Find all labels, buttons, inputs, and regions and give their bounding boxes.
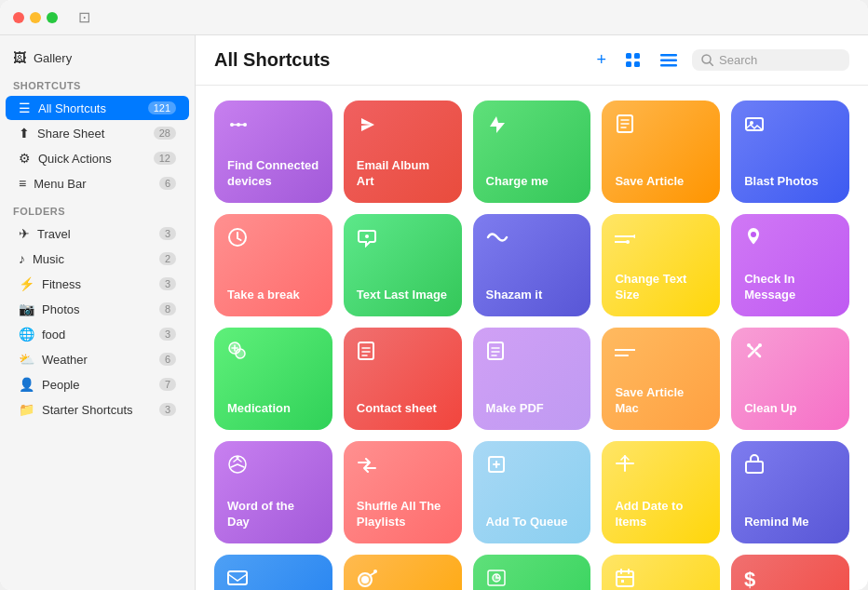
maximize-button[interactable] [47, 12, 58, 23]
shortcut-card-remind-me[interactable]: Remind Me [731, 441, 849, 543]
photos-badge: 8 [159, 302, 176, 315]
menu-bar-badge: 6 [159, 177, 176, 190]
shortcut-card-how-many-days-until[interactable]: How Many Days Until [602, 555, 720, 590]
quick-actions-badge: 12 [154, 152, 176, 165]
shortcut-card-medication[interactable]: Medication [214, 328, 332, 430]
shortcut-card-blast-photos[interactable]: Blast Photos [731, 101, 849, 203]
fitness-label: Fitness [42, 277, 81, 291]
shortcut-card-sort-lines[interactable]: Sort Lines [473, 555, 591, 590]
weather-icon: ⛅ [19, 352, 34, 367]
shortcut-card-clean-up[interactable]: Clean Up [731, 328, 849, 430]
shazam-it-icon [486, 227, 578, 251]
svg-rect-0 [626, 53, 631, 59]
shortcut-card-add-date-to-items[interactable]: Add Date to Items [602, 441, 720, 543]
photos-label: Photos [42, 302, 79, 316]
close-button[interactable] [13, 12, 24, 23]
svg-rect-34 [746, 462, 763, 473]
sidebar-item-menu-bar[interactable]: ≡ Menu Bar 6 [6, 171, 189, 195]
shortcuts-section-label: Shortcuts [0, 71, 195, 95]
page-title: All Shortcuts [214, 49, 592, 71]
svg-rect-26 [488, 342, 503, 359]
shortcut-card-gas-on-this-street[interactable]: Gas On This Street [344, 555, 462, 590]
add-button[interactable]: + [592, 47, 610, 74]
sidebar-item-all-shortcuts[interactable]: ☰ All Shortcuts 121 [6, 96, 189, 120]
shortcut-card-take-a-break[interactable]: Take a break [214, 214, 332, 316]
add-to-queue-icon [486, 454, 578, 480]
svg-rect-4 [660, 54, 677, 57]
shortcut-card-check-in-message[interactable]: Check In Message [731, 214, 849, 316]
gallery-label: Gallery [34, 51, 72, 65]
svg-point-20 [633, 235, 635, 238]
share-sheet-label: Share Sheet [37, 127, 104, 141]
sidebar-item-photos[interactable]: 📷 Photos 8 [6, 297, 189, 321]
weather-label: Weather [42, 353, 88, 367]
photos-icon: 📷 [19, 302, 34, 316]
shortcut-card-word-of-the-day[interactable]: Word of the Day [214, 441, 332, 543]
contact-sheet-label: Contact sheet [357, 401, 449, 417]
shortcut-card-calculate-tip[interactable]: $ Calculate Tip [731, 555, 849, 590]
starter-shortcuts-icon: 📁 [19, 402, 34, 417]
shortcut-card-add-to-queue[interactable]: Add To Queue [473, 441, 591, 543]
remind-me-label: Remind Me [744, 515, 836, 530]
window: ⊡ 🖼 Gallery Shortcuts ☰ All Shortcuts 12… [0, 0, 868, 590]
make-pdf-icon [486, 341, 578, 367]
menu-bar-label: Menu Bar [34, 177, 86, 191]
svg-point-29 [747, 343, 751, 347]
shazam-it-label: Shazam it [486, 288, 578, 303]
people-badge: 7 [159, 378, 176, 391]
sidebar-item-fitness[interactable]: ⚡ Fitness 3 [6, 272, 189, 296]
sidebar-item-travel[interactable]: ✈ Travel 3 [6, 221, 189, 246]
email-album-art-icon [357, 114, 449, 141]
sort-lines-icon [486, 568, 578, 590]
sidebar-item-music[interactable]: ♪ Music 2 [6, 247, 189, 271]
svg-point-17 [365, 235, 369, 238]
take-a-break-icon [227, 227, 319, 253]
traffic-lights [0, 12, 71, 23]
svg-point-21 [626, 240, 630, 244]
people-icon: 👤 [19, 377, 34, 392]
minimize-button[interactable] [30, 12, 41, 23]
shortcut-card-shuffle-all-playlists[interactable]: Shuffle All The Playlists [344, 441, 462, 543]
gallery-icon: 🖼 [13, 50, 26, 65]
shortcut-card-save-article-mac[interactable]: Save Article Mac [602, 328, 720, 430]
food-label: food [42, 328, 65, 342]
grid-view-button[interactable] [621, 48, 645, 73]
shortcut-card-shazam-it[interactable]: Shazam it [473, 214, 591, 316]
shortcut-card-contact-sheet[interactable]: Contact sheet [344, 328, 462, 430]
shortcut-card-email-myself[interactable]: Email Myself [214, 555, 332, 590]
sidebar-item-weather[interactable]: ⛅ Weather 6 [6, 347, 189, 371]
shuffle-all-playlists-label: Shuffle All The Playlists [357, 499, 449, 530]
sidebar-item-share-sheet[interactable]: ⬆ Share Sheet 28 [6, 121, 189, 145]
charge-me-icon [486, 114, 578, 141]
add-date-to-items-label: Add Date to Items [615, 499, 707, 530]
sidebar-item-people[interactable]: 👤 People 7 [6, 372, 189, 396]
sidebar-item-food[interactable]: 🌐 food 3 [6, 322, 189, 346]
check-in-message-icon [744, 227, 836, 255]
svg-text:$: $ [744, 568, 755, 590]
shortcut-card-make-pdf[interactable]: Make PDF [473, 328, 591, 430]
menu-bar-icon: ≡ [19, 176, 26, 191]
svg-point-30 [758, 343, 762, 347]
music-label: Music [33, 252, 64, 266]
sidebar-item-starter-shortcuts[interactable]: 📁 Starter Shortcuts 3 [6, 397, 189, 422]
save-article-mac-label: Save Article Mac [615, 385, 707, 417]
sidebar-toggle-button[interactable]: ⊡ [78, 8, 90, 26]
shortcut-card-text-last-image[interactable]: Text Last Image [344, 214, 462, 316]
search-input[interactable] [719, 53, 840, 67]
main-header: All Shortcuts + [196, 35, 868, 86]
sidebar-item-gallery[interactable]: 🖼 Gallery [0, 45, 195, 71]
charge-me-label: Charge me [486, 174, 578, 190]
fitness-icon: ⚡ [19, 276, 34, 291]
shortcut-card-change-text-size[interactable]: Change Text Size [602, 214, 720, 316]
list-view-button[interactable] [657, 50, 681, 71]
medication-icon [227, 341, 319, 367]
shortcut-card-charge-me[interactable]: Charge me [473, 101, 591, 203]
shortcut-card-find-connected-devices[interactable]: Find Connected devices [214, 101, 332, 203]
svg-rect-2 [626, 61, 631, 67]
shortcut-card-email-album-art[interactable]: Email Album Art [344, 101, 462, 203]
blast-photos-label: Blast Photos [744, 174, 836, 190]
svg-point-22 [751, 232, 756, 237]
all-shortcuts-badge: 121 [148, 101, 176, 114]
shortcut-card-save-article[interactable]: Save Article [602, 101, 720, 203]
sidebar-item-quick-actions[interactable]: ⚙ Quick Actions 12 [6, 146, 189, 170]
